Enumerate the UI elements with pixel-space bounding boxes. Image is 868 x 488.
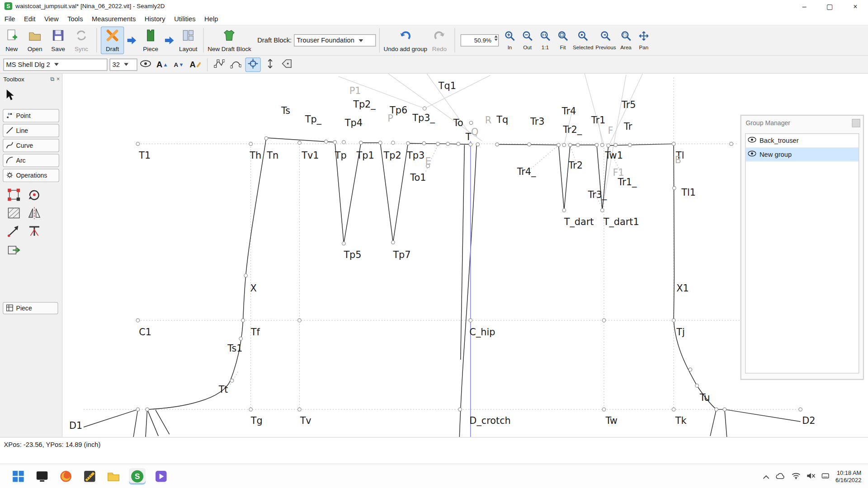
point-label-Ts[interactable]: Ts <box>281 105 290 116</box>
point-marker[interactable] <box>695 384 699 388</box>
point-marker[interactable] <box>249 408 253 411</box>
point-label-Tr2[interactable]: Tr2 <box>568 160 583 171</box>
point-marker[interactable] <box>446 142 450 146</box>
pen-input-icon[interactable] <box>821 471 829 481</box>
dock-panel-icon[interactable] <box>852 119 860 127</box>
point-label-Tp_[interactable]: Tp_ <box>305 114 322 125</box>
increase-label-font-button[interactable]: A▲ <box>155 58 170 71</box>
zoom-1to1-button[interactable]: 1:1 <box>538 28 553 53</box>
point-marker[interactable] <box>136 142 140 146</box>
point-marker[interactable] <box>600 209 604 212</box>
draft-mode-button[interactable]: Draft <box>101 27 124 54</box>
label-tag-button[interactable] <box>279 58 294 71</box>
side-seam-left[interactable] <box>147 138 266 409</box>
point-marker[interactable] <box>378 141 382 145</box>
move-tool-button[interactable] <box>5 223 23 239</box>
redo-button[interactable]: Redo <box>428 27 450 54</box>
toolbox-piece-button[interactable]: Piece <box>3 302 58 314</box>
sync-button[interactable]: Sync <box>71 27 93 54</box>
menu-item-edit[interactable]: Edit <box>19 13 40 24</box>
point-label-Tp7[interactable]: Tp7 <box>392 249 410 260</box>
point-label-Tq1[interactable]: Tq1 <box>438 80 456 91</box>
menu-item-history[interactable]: History <box>140 13 170 24</box>
group-row-back-trouser[interactable]: Back_trouser <box>745 134 859 148</box>
zoom-selected-button[interactable]: Selected <box>573 28 593 53</box>
point-label-P[interactable]: P <box>387 113 393 124</box>
draft-canvas[interactable]: T1TsTp_Tp2_Tp6Tp4Tp3_Tq1ToTqTr3Tr4Tr2_Tr… <box>62 74 868 437</box>
group-tool-button[interactable] <box>5 187 23 203</box>
file-explorer-icon[interactable] <box>105 468 122 485</box>
point-marker[interactable] <box>264 136 268 140</box>
point-label-Tr1_[interactable]: Tr1_ <box>618 177 637 188</box>
point-marker[interactable] <box>298 141 302 145</box>
new-button[interactable]: New <box>0 27 23 54</box>
layout-mode-button[interactable]: Layout <box>177 27 199 54</box>
point-marker[interactable] <box>136 408 140 411</box>
tray-chevron-up-icon[interactable] <box>763 471 770 481</box>
menu-item-file[interactable]: File <box>0 13 19 24</box>
point-marker[interactable] <box>689 368 692 371</box>
point-label-Tp4[interactable]: Tp4 <box>344 117 363 128</box>
piece-mode-button[interactable]: Piece <box>140 27 162 54</box>
toolbox-category-line[interactable]: Line <box>3 124 59 137</box>
point-label-Tr5[interactable]: Tr5 <box>621 99 636 110</box>
point-label-Tr2_[interactable]: Tr2_ <box>562 124 582 135</box>
point-marker[interactable] <box>715 408 718 411</box>
snap-to-point-button[interactable] <box>245 57 260 72</box>
toolbox-category-curve[interactable]: Curve <box>3 139 59 152</box>
point-marker[interactable] <box>528 143 531 146</box>
point-marker[interactable] <box>495 143 499 146</box>
point-label-To[interactable]: To <box>453 117 463 128</box>
point-label-Ts1[interactable]: Ts1 <box>227 343 242 354</box>
point-label-Tu[interactable]: Tu <box>699 392 710 403</box>
spin-arrows-icon[interactable] <box>494 35 497 41</box>
point-label-E[interactable]: E <box>425 156 431 167</box>
point-marker[interactable] <box>324 140 328 144</box>
point-label-T_dart[interactable]: T_dart <box>564 216 594 227</box>
point-marker[interactable] <box>469 319 472 322</box>
point-marker[interactable] <box>457 142 460 146</box>
point-marker[interactable] <box>672 142 675 146</box>
point-label-Tp2[interactable]: Tp2 <box>383 150 401 161</box>
point-label-Tp1[interactable]: Tp1 <box>356 150 374 161</box>
true-darts-tool-button[interactable] <box>25 223 43 239</box>
measurements-app-icon[interactable] <box>81 468 98 485</box>
point-marker[interactable] <box>249 142 253 146</box>
point-marker[interactable] <box>244 274 248 277</box>
point-marker[interactable] <box>562 209 566 212</box>
show-control-points-button[interactable] <box>229 58 243 71</box>
maximize-button[interactable]: ▢ <box>817 0 842 12</box>
volume-muted-icon[interactable] <box>807 471 816 481</box>
point-label-D_crotch[interactable]: D_crotch <box>469 415 510 426</box>
point-marker[interactable] <box>342 242 346 245</box>
onedrive-cloud-icon[interactable] <box>776 471 786 481</box>
point-label-Tf[interactable]: Tf <box>250 327 260 338</box>
media-player-icon[interactable] <box>153 468 170 485</box>
show-curve-details-button[interactable] <box>212 58 226 71</box>
point-label-F[interactable]: F <box>608 125 613 136</box>
zoom-in-button[interactable]: In <box>502 28 517 53</box>
point-label-C_hip[interactable]: C_hip <box>469 327 495 338</box>
point-marker[interactable] <box>673 187 676 190</box>
point-label-Tg[interactable]: Tg <box>250 415 263 426</box>
point-marker[interactable] <box>723 408 726 411</box>
point-marker[interactable] <box>298 408 302 411</box>
point-marker[interactable] <box>672 408 675 411</box>
point-marker[interactable] <box>469 121 473 125</box>
wifi-icon[interactable] <box>792 471 801 481</box>
open-button[interactable]: Open <box>24 27 46 54</box>
undo-button[interactable]: Undo add group <box>383 27 427 54</box>
point-marker[interactable] <box>239 337 243 341</box>
point-marker[interactable] <box>600 143 604 147</box>
point-label-C1[interactable]: C1 <box>139 327 151 338</box>
point-label-Tp3_[interactable]: Tp3_ <box>412 113 435 123</box>
font-family-select[interactable]: MS Shell Dlg 2 <box>3 58 107 70</box>
point-marker[interactable] <box>406 141 410 145</box>
zoom-previous-button[interactable]: Previous <box>595 28 616 53</box>
draft-block-select[interactable]: Trouser Foundation <box>294 34 376 47</box>
point-label-X[interactable]: X <box>250 283 256 294</box>
point-marker[interactable] <box>799 408 802 411</box>
point-label-Q[interactable]: Q <box>471 127 478 137</box>
point-label-To1[interactable]: To1 <box>410 172 426 183</box>
point-label-Tr4_[interactable]: Tr4_ <box>517 166 536 177</box>
